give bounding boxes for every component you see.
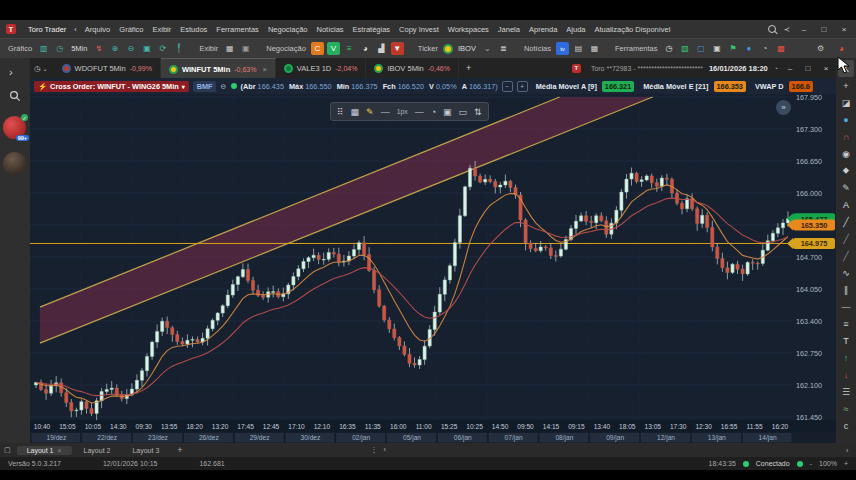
scroll-right-arrow[interactable]: › [846, 447, 848, 454]
zigzag-tool-icon[interactable]: ∿ [838, 264, 854, 281]
bars-pattern-icon[interactable]: ≡ [838, 315, 854, 332]
ticker-caret-icon[interactable]: ⌄ [481, 42, 494, 55]
layout-tab-layout-2[interactable]: Layout 2 [74, 446, 121, 455]
tab-minimize-button[interactable]: – [784, 64, 796, 73]
blocks-icon[interactable]: ▩ [775, 42, 788, 55]
account-pie-icon[interactable]: ◕ [835, 42, 848, 55]
panel-icon[interactable]: ▢ [695, 42, 708, 55]
layout-tab-layout-1[interactable]: Layout 1× [17, 446, 72, 455]
panel-collapse-button[interactable]: » [776, 100, 791, 115]
minimize-button[interactable]: – [798, 25, 810, 34]
arrow-down-icon[interactable]: ↓ [838, 366, 854, 383]
scale-minus-button[interactable]: − [502, 81, 513, 92]
menu-item-janela[interactable]: Janela [498, 25, 520, 34]
chat-icon[interactable]: ● [743, 42, 756, 55]
menu-item-estudos[interactable]: Estudos [180, 25, 207, 34]
menu-item-estrat-gias[interactable]: Estratégias [353, 25, 391, 34]
menu-item-gr-fico[interactable]: Gráfico [119, 25, 143, 34]
tab-maximize-button[interactable]: □ [802, 64, 814, 73]
cursor-tool-icon[interactable]: ↖ [838, 60, 854, 77]
zoom-out-icon[interactable]: ⊖ [124, 42, 137, 55]
menu-item-negocia-o[interactable]: Negociação [268, 25, 308, 34]
line-sample-thin[interactable]: — [381, 107, 390, 117]
menu-item-atualiza-o-dispon-vel[interactable]: Atualização Disponível [595, 25, 671, 34]
zoom-in-button[interactable]: + [844, 460, 848, 467]
tab-winfut-5min[interactable]: WINFUT 5Min-0,63%× [161, 58, 276, 79]
add-tab-button[interactable]: + [459, 63, 478, 73]
parallel-channel-icon[interactable]: ∥ [838, 281, 854, 298]
positions-pie-icon[interactable]: ◕ [359, 42, 372, 55]
gear-icon[interactable]: ⚙ [814, 42, 827, 55]
timeframe-label[interactable]: 5Min [69, 44, 89, 53]
chart-area-icon[interactable]: ▥ [37, 42, 50, 55]
tabs-clock-caret-icon[interactable]: ⌄ [43, 65, 48, 72]
refresh-icon[interactable]: ⟳ [156, 42, 169, 55]
eye-tool-icon[interactable]: ◉ [838, 145, 854, 162]
menu-back-icon[interactable]: ‹ [74, 25, 77, 34]
ray-tool-icon[interactable]: ╱ [838, 230, 854, 247]
menu-item-workspaces[interactable]: Workspaces [448, 25, 489, 34]
ticker-select-label[interactable]: IBOV [456, 44, 478, 53]
tab-ibov-5min[interactable]: IBOV 5Min-0,46% [366, 58, 458, 78]
zoom-out-button[interactable]: - [810, 460, 812, 467]
pencil-icon[interactable]: ✎ [366, 107, 374, 117]
tab-vale3-1d[interactable]: VALE3 1D-2,04% [276, 58, 367, 78]
newspaper-icon[interactable]: ▤ [572, 42, 585, 55]
dot-tool-icon[interactable]: ● [838, 111, 854, 128]
layout-tab-layout-3[interactable]: Layout 3 [122, 446, 169, 455]
risk-shield-icon[interactable]: ▼ [391, 42, 404, 55]
trend-lines-icon[interactable]: ↯ [92, 42, 105, 55]
paint-drop-icon[interactable]: ⬥ [838, 162, 854, 179]
extended-line-icon[interactable]: ╱ [838, 247, 854, 264]
lock-icon[interactable]: ▣ [443, 107, 452, 117]
history-clock-icon[interactable]: ◔ [774, 65, 778, 72]
menu-item-arquivo[interactable]: Arquivo [85, 25, 110, 34]
ticker-list-icon[interactable]: ≣ [497, 42, 510, 55]
maximize-button[interactable]: □ [818, 25, 830, 34]
price-chart[interactable]: 167.950167.300166.650166.000165.350164.7… [30, 94, 836, 443]
search-icon[interactable] [768, 25, 776, 33]
line-width-label[interactable]: 1px [397, 108, 408, 115]
edit-chart-icon[interactable]: ✎ [838, 179, 854, 196]
sell-ticket-icon[interactable]: V [327, 42, 340, 55]
lock-icon[interactable]: ▣ [140, 42, 153, 55]
chat-head-avatar-2[interactable] [3, 152, 26, 175]
tab-close-icon[interactable]: × [262, 65, 266, 74]
candles-icon[interactable]: ╿ [172, 42, 185, 55]
drag-handle-icon[interactable]: ⠿ [337, 107, 344, 117]
arrow-up-icon[interactable]: ↑ [838, 349, 854, 366]
flag-chart-icon[interactable]: ⚑ [727, 42, 740, 55]
menu-item-ferramentas[interactable]: Ferramentas [216, 25, 259, 34]
alarm-icon[interactable]: ◔ [759, 42, 772, 55]
calendar-icon[interactable]: ▦ [588, 42, 601, 55]
sessions-clock-icon[interactable]: ◷ [663, 42, 676, 55]
tv-icon[interactable]: ▣ [711, 42, 724, 55]
settings-sliders-icon[interactable]: ⇅ [474, 107, 482, 117]
eraser-tool-icon[interactable]: ◪ [838, 94, 854, 111]
layout-grid-icon[interactable]: ▦ [351, 107, 360, 117]
buy-ticket-icon[interactable]: C [311, 42, 324, 55]
zoom-in-icon[interactable]: ⊕ [108, 42, 121, 55]
components-icon[interactable]: c [838, 417, 854, 434]
grid-view-icon[interactable]: ▦ [223, 42, 236, 55]
order-book-icon[interactable]: ≡ [343, 42, 356, 55]
cross-order-selector[interactable]: ⚡ Cross Order: WINFUT - WING26 5Min ▾ [34, 81, 189, 92]
list-tool-icon[interactable]: ☰ [838, 383, 854, 400]
menu-item-not-cias[interactable]: Notícias [316, 25, 343, 34]
line-sample-thick[interactable]: — [415, 107, 424, 117]
tab-wdofut-5min[interactable]: WDOFUT 5Min-0,99% [54, 58, 161, 78]
trash-icon[interactable]: ▭ [459, 107, 468, 117]
add-layout-button[interactable]: + [171, 445, 188, 455]
tabs-clock-icon[interactable]: ◷ [34, 64, 41, 73]
history-clock-icon[interactable]: ◔ [431, 107, 436, 117]
close-button[interactable]: × [838, 25, 850, 34]
tab-close-button[interactable]: × [820, 64, 832, 73]
tv-news-icon[interactable]: tv [556, 42, 569, 55]
share-icon[interactable]: ≺ [784, 25, 790, 34]
screener-icon[interactable]: ▧ [679, 42, 692, 55]
timeframe-clock-icon[interactable]: ◷ [53, 42, 66, 55]
magnet-tool-icon[interactable]: ∩ [838, 128, 854, 145]
layout-tab-close-icon[interactable]: × [57, 447, 61, 454]
chat-head-avatar[interactable]: ✓ 99+ [3, 116, 26, 139]
menu-item-exibir[interactable]: Exibir [152, 25, 171, 34]
